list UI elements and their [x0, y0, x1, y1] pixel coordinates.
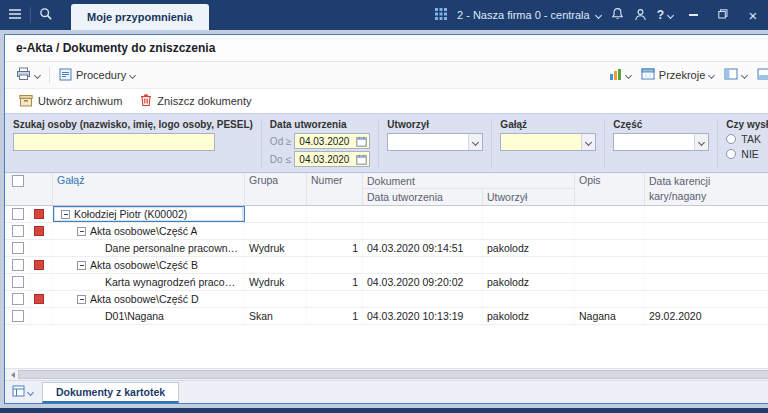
- tab-moje-przypomnienia[interactable]: Moje przypomnienia: [71, 4, 209, 30]
- tree-collapse-toggle[interactable]: [77, 227, 86, 236]
- help-menu-button[interactable]: ?: [657, 8, 673, 22]
- row-group-cell: [245, 223, 307, 239]
- column-header-numer[interactable]: Numer: [307, 173, 363, 205]
- row-created-by-cell: [483, 206, 575, 222]
- procedury-label: Procedury: [76, 69, 126, 81]
- grid-settings-button[interactable]: [752, 65, 768, 85]
- part-combo[interactable]: [613, 133, 709, 151]
- row-branch-label: Dane personalne pracownika: [105, 242, 240, 254]
- analysis-chart-button[interactable]: [604, 65, 636, 86]
- create-archive-label: Utwórz archiwum: [38, 95, 122, 107]
- table-row[interactable]: D01\NaganaSkan104.03.2020 10:13:19pakolo…: [5, 308, 768, 325]
- row-number-cell: 1: [307, 274, 363, 290]
- view-selector-button[interactable]: [9, 383, 36, 403]
- row-number-cell: 1: [307, 240, 363, 256]
- search-icon: [39, 7, 53, 23]
- print-button[interactable]: [11, 64, 45, 86]
- page-title: e-Akta / Dokumenty do zniszczenia: [16, 41, 215, 55]
- chevron-down-icon: [34, 71, 41, 78]
- column-header-data-karencji[interactable]: Data karencji kary/nagany: [645, 173, 768, 205]
- header-utworzyl-label: Utworzył: [487, 191, 527, 203]
- table-row[interactable]: Kołodziej Piotr (K00002): [5, 206, 768, 223]
- row-checkbox[interactable]: [12, 293, 24, 305]
- tree-collapse-toggle[interactable]: [77, 295, 86, 304]
- header-karencja-line2: kary/nagany: [649, 189, 706, 204]
- date-to-field[interactable]: 04.03.2020: [294, 151, 370, 167]
- chevron-down-icon: [667, 11, 674, 18]
- calendar-icon[interactable]: [356, 136, 367, 147]
- table-row[interactable]: Akta osobowe\Część B: [5, 257, 768, 274]
- table-row[interactable]: Akta osobowe\Część A: [5, 223, 768, 240]
- table-row[interactable]: Karta wynagrodzeń pracownikaWydruk104.03…: [5, 274, 768, 291]
- create-archive-button[interactable]: Utwórz archiwum: [13, 92, 128, 111]
- column-header-opis[interactable]: Opis: [575, 173, 645, 205]
- company-selector[interactable]: 2 - Nasza firma 0 - centrala: [457, 9, 601, 21]
- radio-option-nie[interactable]: NIE: [726, 148, 768, 160]
- scrollbar-thumb[interactable]: [18, 370, 768, 379]
- row-checkbox[interactable]: [12, 242, 24, 254]
- row-checkbox[interactable]: [12, 310, 24, 322]
- layout-view-button[interactable]: [719, 65, 752, 85]
- apps-grid-icon[interactable]: [435, 8, 447, 22]
- table-body: Kołodziej Piotr (K00002)Akta osobowe\Czę…: [5, 206, 768, 368]
- tree-collapse-toggle[interactable]: [61, 210, 70, 219]
- row-created-by-cell: [483, 291, 575, 307]
- main-menu-button[interactable]: [0, 0, 30, 30]
- przekroje-button[interactable]: Przekroje: [636, 65, 719, 85]
- tab-dokumenty-z-kartotek[interactable]: Dokumenty z kartotek: [42, 382, 179, 403]
- created-by-combo[interactable]: [387, 133, 483, 151]
- column-header-dokument[interactable]: Dokument: [363, 173, 575, 189]
- gte-operator: ≥: [286, 136, 292, 147]
- triangle-left-icon: [8, 372, 15, 378]
- notifications-bell-icon[interactable]: [611, 7, 624, 23]
- chevron-down-icon: [27, 388, 34, 395]
- table-row[interactable]: Akta osobowe\Część D: [5, 291, 768, 308]
- color-column-header: [31, 173, 53, 205]
- row-created-date-cell: [363, 291, 483, 307]
- scroll-left-button[interactable]: [5, 369, 17, 380]
- restore-window-button[interactable]: [713, 0, 733, 30]
- date-from-field[interactable]: 04.03.2020: [294, 133, 370, 149]
- column-header-galaz[interactable]: Gałąź: [53, 173, 245, 205]
- table-row[interactable]: Dane personalne pracownikaWydruk104.03.2…: [5, 240, 768, 257]
- procedury-button[interactable]: Procedury: [54, 65, 140, 86]
- search-person-label: Szukaj osoby (nazwisko, imię, logo osoby…: [13, 119, 253, 130]
- panel-left-icon: [724, 68, 738, 82]
- row-checkbox[interactable]: [12, 276, 24, 288]
- header-numer-label: Numer: [311, 174, 343, 186]
- column-header-utworzyl[interactable]: Utworzył: [483, 189, 575, 205]
- row-number-cell: [307, 291, 363, 307]
- row-checkbox[interactable]: [12, 225, 24, 237]
- chevron-down-icon: [595, 11, 602, 18]
- branch-combo[interactable]: [500, 133, 596, 151]
- row-checkbox[interactable]: [12, 259, 24, 271]
- radio-option-tak[interactable]: TAK: [726, 133, 768, 145]
- destroy-documents-button[interactable]: Zniszcz dokumenty: [134, 91, 257, 111]
- row-checkbox[interactable]: [12, 208, 24, 220]
- chevron-down-icon: [581, 134, 595, 150]
- list-view-icon: [12, 385, 25, 399]
- column-header-data-utworzenia[interactable]: Data utworzenia: [363, 189, 483, 205]
- row-checkbox-cell: [5, 274, 31, 290]
- column-header-grupa[interactable]: Grupa: [245, 173, 307, 205]
- close-app-button[interactable]: ×: [743, 0, 763, 30]
- row-branch-label: Akta osobowe\Część A: [90, 225, 197, 237]
- row-number-cell: [307, 257, 363, 273]
- select-all-checkbox[interactable]: [12, 175, 24, 187]
- toolbar-divider: [49, 67, 50, 83]
- row-created-by-cell: pakolodz: [483, 274, 575, 290]
- creation-date-label: Data utworzenia: [270, 119, 371, 130]
- global-search-button[interactable]: [31, 0, 61, 30]
- row-number-cell: 1: [307, 308, 363, 324]
- chevron-down-icon: [129, 71, 136, 78]
- status-color-marker: [34, 226, 44, 236]
- user-profile-icon[interactable]: [634, 8, 647, 23]
- hamburger-icon: [8, 8, 22, 22]
- row-color-cell: [31, 308, 53, 324]
- minimize-window-button[interactable]: [683, 0, 703, 30]
- filter-panel: Szukaj osoby (nazwisko, imię, logo osoby…: [5, 113, 768, 173]
- search-person-input[interactable]: [13, 133, 215, 151]
- calendar-icon[interactable]: [356, 154, 367, 165]
- tree-collapse-toggle[interactable]: [77, 261, 86, 270]
- horizontal-scrollbar[interactable]: [5, 368, 768, 380]
